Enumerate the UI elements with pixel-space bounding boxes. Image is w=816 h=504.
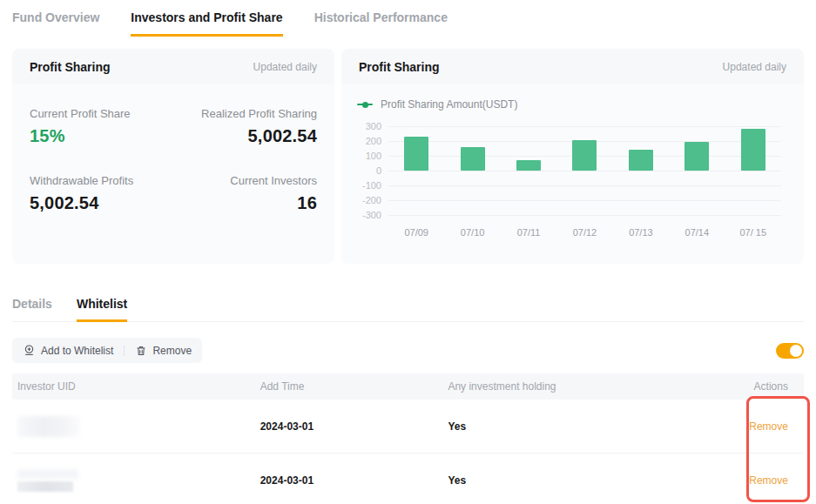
y-axis-tick-label: 200	[366, 136, 381, 146]
remove-link[interactable]: Remove	[749, 420, 788, 433]
chart-bar-slot	[556, 126, 612, 171]
x-axis-tick-label: 07/ 15	[725, 227, 781, 238]
actions-cell: Remove	[714, 420, 800, 433]
chart-bar-slot	[501, 126, 556, 171]
chart-plot-area: 3002001000-100-200-300	[357, 126, 786, 215]
gridline	[388, 200, 781, 201]
add-time-cell: 2024-03-01	[260, 420, 448, 433]
y-axis-tick-label: 0	[376, 165, 381, 176]
stat-label: Withdrawable Profits	[30, 174, 173, 187]
profit-sharing-chart-card: Profit Sharing Updated daily Profit Shar…	[341, 49, 804, 264]
stat-value: 5,002.54	[30, 193, 173, 213]
chart-card-title: Profit Sharing	[359, 60, 440, 74]
stats-updated-daily-label: Updated daily	[253, 61, 317, 73]
table-row: 2024-03-01 Yes Remove	[12, 400, 804, 454]
holding-cell: Yes	[448, 474, 714, 487]
chart-bar	[684, 142, 709, 171]
col-add-time: Add Time	[260, 380, 448, 393]
chart-legend[interactable]: Profit Sharing Amount(USDT)	[357, 98, 786, 111]
stats-grid: Current Profit Share 15% Realized Profit…	[12, 84, 334, 236]
chart-card-header: Profit Sharing Updated daily	[341, 49, 804, 84]
whitelist-sub-tabs: Details Whitelist	[12, 297, 804, 322]
stat-withdrawable-profits: Withdrawable Profits 5,002.54	[30, 174, 173, 213]
remove-link[interactable]: Remove	[749, 474, 788, 487]
holding-cell: Yes	[448, 420, 714, 433]
stat-current-profit-share: Current Profit Share 15%	[30, 107, 173, 146]
tab-details[interactable]: Details	[12, 297, 52, 322]
gridline	[388, 185, 781, 186]
x-axis-tick-label: 07/11	[501, 227, 556, 238]
remove-button-label: Remove	[152, 345, 192, 357]
add-to-whitelist-button[interactable]: Add to Whitelist	[23, 344, 113, 357]
masked-uid	[17, 469, 78, 479]
chart-card-body: Profit Sharing Amount(USDT) 3002001000-1…	[341, 84, 804, 238]
chart-bar-slot	[444, 126, 500, 171]
whitelist-toolbar-row: Add to Whitelist Remove	[12, 338, 804, 363]
add-time-cell: 2024-03-01	[260, 474, 448, 487]
whitelist-table: Investor UID Add Time Any investment hol…	[12, 373, 804, 504]
profit-sharing-cards-row: Profit Sharing Updated daily Current Pro…	[12, 49, 804, 264]
chart-bar	[741, 129, 765, 171]
chart-bar-slot	[388, 126, 444, 171]
chart-bar	[516, 160, 541, 171]
remove-button[interactable]: Remove	[135, 345, 192, 357]
x-axis-tick-label: 07/09	[388, 227, 444, 238]
masked-uid	[17, 416, 80, 437]
main-tabs: Fund Overview Investors and Profit Share…	[0, 0, 816, 37]
col-actions: Actions	[714, 380, 800, 393]
stat-current-investors: Current Investors 16	[173, 174, 317, 213]
gridline	[388, 171, 781, 171]
x-axis-tick-label: 07/13	[613, 227, 669, 238]
x-axis-tick-label: 07/10	[444, 227, 500, 238]
stats-card-header: Profit Sharing Updated daily	[12, 49, 334, 84]
stat-label: Realized Profit Sharing	[173, 107, 317, 120]
toggle-knob	[790, 345, 802, 357]
chart-bar-slot	[725, 126, 781, 171]
chart-bar	[629, 150, 653, 171]
stat-label: Current Investors	[173, 174, 317, 187]
investor-uid-cell	[17, 416, 260, 437]
x-axis-tick-label: 07/14	[669, 227, 725, 238]
actions-cell: Remove	[714, 474, 800, 487]
legend-label: Profit Sharing Amount(USDT)	[381, 98, 517, 111]
tab-whitelist[interactable]: Whitelist	[77, 297, 127, 322]
chart-bar	[404, 137, 428, 171]
masked-uid	[17, 481, 73, 492]
chart-bar	[572, 140, 597, 171]
legend-marker-icon	[357, 104, 373, 105]
table-row: 2024-03-01 Yes Remove	[12, 454, 804, 504]
y-axis-tick-label: 300	[366, 121, 381, 131]
fund-management-page: Fund Overview Investors and Profit Share…	[0, 0, 816, 504]
stat-value: 15%	[30, 126, 173, 146]
chart-updated-daily-label: Updated daily	[723, 61, 786, 73]
trash-icon	[135, 345, 147, 357]
gridline	[388, 215, 781, 216]
table-header-row: Investor UID Add Time Any investment hol…	[12, 373, 804, 400]
y-axis-tick-label: -100	[362, 180, 381, 191]
whitelist-toolbar: Add to Whitelist Remove	[12, 338, 202, 363]
chart-bar-slot	[613, 126, 669, 171]
add-to-whitelist-label: Add to Whitelist	[41, 345, 113, 357]
y-axis-tick-label: -200	[362, 195, 381, 205]
y-axis-tick-label: 100	[366, 151, 381, 161]
chart-x-axis: 07/0907/1007/1107/1207/1307/1407/ 15	[388, 227, 781, 238]
stat-value: 5,002.54	[173, 126, 317, 146]
whitelist-toggle[interactable]	[776, 343, 804, 359]
tab-historical-performance[interactable]: Historical Performance	[314, 10, 448, 37]
profit-sharing-bar-chart: 3002001000-100-200-30007/0907/1007/1107/…	[357, 126, 786, 238]
stat-realized-profit-sharing: Realized Profit Sharing 5,002.54	[173, 107, 317, 146]
y-axis-tick-label: -300	[362, 210, 381, 220]
toolbar-divider	[124, 346, 125, 356]
investor-uid-cell	[17, 469, 260, 492]
chart-bars	[388, 126, 781, 171]
tab-investors-and-profit-share[interactable]: Investors and Profit Share	[131, 10, 282, 37]
x-axis-tick-label: 07/12	[556, 227, 612, 238]
add-to-whitelist-icon	[23, 344, 36, 357]
chart-bar-slot	[669, 126, 725, 171]
col-any-investment-holding: Any investment holding	[448, 380, 714, 393]
chart-bar	[461, 147, 485, 171]
col-investor-uid: Investor UID	[17, 380, 260, 393]
stat-value: 16	[173, 193, 317, 213]
chart-y-axis: 3002001000-100-200-300	[357, 126, 388, 215]
tab-fund-overview[interactable]: Fund Overview	[12, 10, 99, 37]
